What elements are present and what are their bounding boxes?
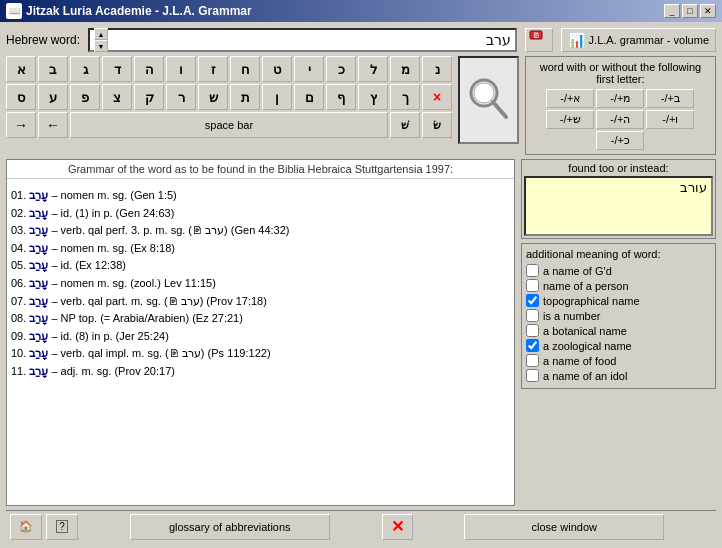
- checkbox-idol-input[interactable]: [526, 369, 539, 382]
- close-button[interactable]: ✕: [700, 4, 716, 18]
- hebrew-input[interactable]: [108, 32, 511, 48]
- home-icon: 🏠: [19, 520, 33, 533]
- filter-panel: word with or without the followingfirst …: [525, 56, 716, 155]
- checkbox-topo-input[interactable]: [526, 294, 539, 307]
- grammar-item-1: 01. עָרַב – nomen m. sg. (Gen 1:5): [11, 187, 510, 205]
- nav-left-button[interactable]: ←: [38, 112, 68, 138]
- help-button[interactable]: ?: [46, 514, 78, 540]
- checkbox-zoological-input[interactable]: [526, 339, 539, 352]
- filter-shin-btn[interactable]: ש+/-: [546, 110, 594, 129]
- key-qof[interactable]: ק: [134, 84, 164, 110]
- grammar-panel: Grammar of the word as to be found in th…: [6, 159, 515, 506]
- window-title: Jitzak Luria Academie - J.L.A. Grammar: [26, 4, 252, 18]
- spin-down-button[interactable]: ▼: [94, 40, 108, 52]
- volume-button[interactable]: 📊 J.L.A. grammar - volume: [561, 28, 716, 52]
- close-window-button[interactable]: close window: [464, 514, 664, 540]
- key-vav[interactable]: ו: [166, 56, 196, 82]
- checkbox-name-god: a name of G'd: [526, 264, 711, 277]
- filter-he-btn[interactable]: ה+/-: [596, 110, 644, 129]
- nav-right-button[interactable]: →: [6, 112, 36, 138]
- checkbox-topo-label: topographical name: [543, 295, 640, 307]
- grammar-list: 01. עָרַב – nomen m. sg. (Gen 1:5) 02. ע…: [7, 183, 514, 505]
- additional-panel: additional meaning of word: a name of G'…: [521, 243, 716, 389]
- checkbox-botanical-input[interactable]: [526, 324, 539, 337]
- glossary-button[interactable]: glossary of abbreviations: [130, 514, 330, 540]
- key-nun[interactable]: נ: [422, 56, 452, 82]
- checkbox-zoological: a zoological name: [526, 339, 711, 352]
- key-final-mem[interactable]: ם: [294, 84, 324, 110]
- checkbox-food-input[interactable]: [526, 354, 539, 367]
- hebrew-word-label: Hebrew word:: [6, 33, 80, 47]
- key-ayin[interactable]: ע: [38, 84, 68, 110]
- grammar-item-2: 02. עָרַב – id. (1) in p. (Gen 24:63): [11, 205, 510, 223]
- spin-up-button[interactable]: ▲: [94, 28, 108, 40]
- key-tsadi[interactable]: צ: [102, 84, 132, 110]
- key-he[interactable]: ה: [134, 56, 164, 82]
- search-button[interactable]: 🖹: [525, 28, 553, 52]
- bottom-toolbar: 🏠 ? glossary of abbreviations ✕ close wi…: [6, 510, 716, 542]
- close-x-icon: ✕: [391, 517, 404, 536]
- key-final-tsadi[interactable]: ץ: [358, 84, 388, 110]
- key-shin[interactable]: ש: [198, 84, 228, 110]
- magnifier-panel: [458, 56, 519, 144]
- close-window-label: close window: [532, 521, 597, 533]
- close-x-button[interactable]: ✕: [382, 514, 413, 540]
- svg-text:🖹: 🖹: [532, 32, 539, 39]
- help-icon: ?: [56, 520, 68, 533]
- key-chet[interactable]: ח: [230, 56, 260, 82]
- key-final-pe[interactable]: ף: [326, 84, 356, 110]
- checkbox-food: a name of food: [526, 354, 711, 367]
- filter-vav-btn[interactable]: ו+/-: [646, 110, 694, 129]
- checkbox-person-input[interactable]: [526, 279, 539, 292]
- key-pe[interactable]: פ: [70, 84, 100, 110]
- checkbox-topographical: topographical name: [526, 294, 711, 307]
- checkbox-botanical: a botanical name: [526, 324, 711, 337]
- key-tet[interactable]: ט: [262, 56, 292, 82]
- found-text-area: עורב: [524, 176, 713, 236]
- grammar-item-10: 10. עָרַב – verb. qal impl. m. sg. (🖹 ער…: [11, 345, 510, 363]
- maximize-button[interactable]: □: [682, 4, 698, 18]
- grammar-item-11: 11. עָרַב – adj. m. sg. (Prov 20:17): [11, 363, 510, 381]
- checkbox-number: is a number: [526, 309, 711, 322]
- key-dalet[interactable]: ד: [102, 56, 132, 82]
- key-delete[interactable]: ×: [422, 84, 452, 110]
- key-final-nun[interactable]: ן: [262, 84, 292, 110]
- space-bar-button[interactable]: space bar: [70, 112, 388, 138]
- key-kaf[interactable]: כ: [326, 56, 356, 82]
- checkbox-god-label: a name of G'd: [543, 265, 612, 277]
- key-tav[interactable]: ת: [230, 84, 260, 110]
- svg-point-3: [474, 83, 494, 103]
- shin-dot-right-key[interactable]: שׁ: [390, 112, 420, 138]
- filter-alef-btn[interactable]: א+/-: [546, 89, 594, 108]
- magnifier-icon: [466, 75, 510, 125]
- shin-dot-left-key[interactable]: שׂ: [422, 112, 452, 138]
- checkbox-name-person: name of a person: [526, 279, 711, 292]
- key-mem[interactable]: מ: [390, 56, 420, 82]
- key-samech[interactable]: ס: [6, 84, 36, 110]
- checkbox-god-input[interactable]: [526, 264, 539, 277]
- minimize-button[interactable]: _: [664, 4, 680, 18]
- key-final-kaf[interactable]: ך: [390, 84, 420, 110]
- key-bet[interactable]: ב: [38, 56, 68, 82]
- checkbox-idol-label: a name of an idol: [543, 370, 627, 382]
- hebrew-input-wrapper: ▲ ▼: [88, 28, 517, 52]
- key-resh[interactable]: ר: [166, 84, 196, 110]
- additional-title: additional meaning of word:: [526, 248, 711, 260]
- home-button[interactable]: 🏠: [10, 514, 42, 540]
- glossary-label: glossary of abbreviations: [169, 521, 291, 533]
- grammar-item-4: 04. עָרַב – nomen m. sg. (Ex 8:18): [11, 240, 510, 258]
- key-gimel[interactable]: ג: [70, 56, 100, 82]
- found-content: עורב: [526, 178, 711, 197]
- found-title: found too or instead:: [524, 162, 713, 174]
- app-icon: 📖: [6, 3, 22, 19]
- filter-kaf-btn[interactable]: כ+/-: [596, 131, 644, 150]
- grammar-item-8: 08. עָרַב – NP top. (= Arabia/Arabien) (…: [11, 310, 510, 328]
- filter-bet-btn[interactable]: ב+/-: [646, 89, 694, 108]
- key-zayin[interactable]: ז: [198, 56, 228, 82]
- checkbox-number-input[interactable]: [526, 309, 539, 322]
- filter-mem-btn[interactable]: מ+/-: [596, 89, 644, 108]
- key-alef[interactable]: א: [6, 56, 36, 82]
- key-lamed[interactable]: ל: [358, 56, 388, 82]
- key-yod[interactable]: י: [294, 56, 324, 82]
- svg-line-4: [493, 102, 506, 117]
